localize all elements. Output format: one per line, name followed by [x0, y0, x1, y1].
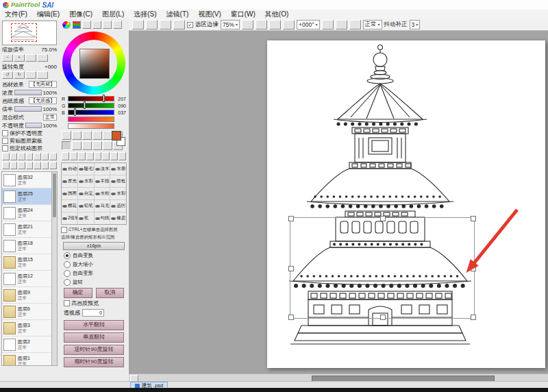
transfer-layer-button[interactable] [2, 162, 10, 169]
color-wheel-tab-icon[interactable] [62, 21, 71, 29]
brush-mode-icon-6[interactable] [102, 152, 110, 160]
delete-layer-button[interactable] [42, 153, 49, 160]
brush-item[interactable]: 笔 [78, 212, 94, 224]
layer-row[interactable]: 图层21正常 [2, 221, 57, 238]
brush-item[interactable]: 喷枪 [110, 175, 126, 187]
nav-rotate-cw-button[interactable]: ↻ [14, 71, 25, 79]
red-slider-handle[interactable] [103, 95, 104, 101]
transform-ok-button[interactable]: 确定 [64, 288, 92, 298]
layer-opacity-slider[interactable] [25, 123, 42, 128]
transform-handle-top-right[interactable] [471, 216, 476, 221]
zoom-in-button[interactable] [242, 20, 253, 29]
layer-options-button[interactable] [49, 162, 57, 169]
rotate-view-tool-icon[interactable] [82, 141, 92, 150]
layer-set-button[interactable] [34, 162, 41, 169]
select-pen-tool-icon[interactable] [92, 131, 102, 140]
rotate-ccw-button[interactable] [322, 20, 334, 29]
layer-folder-row[interactable]: 图层6正常 [2, 304, 57, 320]
blend-mode-dropdown[interactable]: 正常 [43, 114, 57, 121]
paper-texture-dropdown[interactable]: 【无质感】 [29, 97, 57, 104]
ctrl-pick-layer-checkbox[interactable] [61, 227, 67, 233]
navigator-thumbnail[interactable] [2, 21, 57, 45]
green-slider[interactable] [68, 103, 114, 108]
layer-mask-button[interactable] [49, 153, 57, 160]
brush-item[interactable]: 睫毛笔 [78, 163, 94, 175]
brush-item[interactable]: 橡皮擦 [110, 212, 126, 224]
foreground-color-swatch[interactable] [112, 131, 121, 140]
brush-item[interactable]: 发光 [62, 175, 77, 187]
menu-layer[interactable]: 图层(L) [97, 10, 129, 19]
select-rect-tool-icon[interactable] [62, 131, 71, 140]
clipping-mask-checkbox[interactable] [2, 138, 8, 144]
scratchpad-tab-icon[interactable] [103, 21, 112, 29]
zoom-out-button[interactable] [256, 20, 267, 29]
swatches-tab-icon[interactable] [92, 21, 101, 29]
new-layer-button[interactable] [2, 153, 10, 160]
free-deform-radio[interactable] [64, 270, 71, 277]
undo-button[interactable] [173, 20, 185, 29]
transform-handle-middle-left[interactable] [288, 266, 294, 271]
rotate-cw-button[interactable] [336, 20, 347, 29]
nav-zoom-out-button[interactable]: − [2, 54, 13, 62]
blue-slider[interactable] [68, 110, 114, 115]
hsv-slider-tab-icon[interactable] [82, 21, 91, 29]
angle-spinner[interactable]: +000°▾ [297, 20, 320, 29]
zoom-tool-icon[interactable] [72, 141, 82, 150]
scale-radio[interactable] [64, 261, 71, 268]
blend-dropdown-arrow-icon[interactable]: ▾ [378, 23, 380, 27]
menu-window[interactable]: 窗口(W) [226, 10, 260, 19]
document-canvas[interactable] [267, 40, 545, 368]
brush-item[interactable]: 水彩 [78, 175, 94, 187]
brush-item[interactable]: 自动铅笔 [62, 163, 77, 175]
brush-item[interactable]: 手指 [95, 175, 110, 187]
rotate-ccw-90-button[interactable]: 逆时针90度旋转 [64, 345, 124, 355]
nav-rotate-ccw-button[interactable]: ↺ [2, 71, 13, 79]
transform-handle-bottom-center[interactable] [380, 315, 386, 320]
saturation-slider[interactable] [68, 123, 114, 129]
brush-item[interactable]: 马克笔 [95, 200, 110, 212]
hue-slider[interactable] [68, 117, 114, 122]
navigator-viewport-rect[interactable] [11, 23, 37, 42]
flip-vertical-button[interactable]: 垂直翻转 [64, 332, 124, 343]
transform-handle-bottom-left[interactable] [288, 315, 294, 320]
lasso-tool-icon[interactable] [72, 131, 82, 140]
brush-item[interactable]: 水粉 [95, 188, 110, 199]
hand-tool-icon[interactable] [92, 141, 102, 150]
transform-handle-middle-right[interactable] [471, 266, 476, 271]
transform-handle-bottom-right[interactable] [471, 315, 476, 320]
angle-spinner-arrow-icon[interactable]: ▾ [316, 23, 318, 27]
menu-view[interactable]: 视图(V) [193, 10, 225, 19]
clear-layer-button[interactable] [34, 153, 41, 160]
material-effect-dropdown[interactable]: 【无画材】 [29, 81, 57, 88]
brush-item[interactable]: 2值笔 [62, 212, 77, 224]
brush-mode-icon-7[interactable] [110, 152, 118, 160]
rotate-cw-90-button[interactable]: 顺时针90度旋转 [64, 357, 124, 367]
nav-rotate-reset-button[interactable] [25, 71, 36, 79]
layer-effect-button[interactable] [42, 162, 49, 169]
brush-item[interactable]: 水彩笔 [110, 188, 126, 199]
free-transform-radio[interactable] [64, 252, 71, 259]
transform-cancel-button[interactable]: 取消 [96, 288, 125, 298]
nav-zoom-in-button[interactable]: + [14, 54, 25, 62]
saturation-value-square[interactable] [79, 49, 110, 79]
layer-row[interactable]: 图层24正常 [2, 205, 57, 221]
layer-folder-row[interactable]: 图层1正常 [2, 353, 57, 366]
menu-canvas[interactable]: 图像(C) [64, 10, 97, 19]
move-layer-up-button[interactable] [18, 162, 25, 169]
layer-row[interactable]: 图层18正常 [2, 238, 57, 254]
brush-item[interactable]: 勾线笔 [95, 212, 110, 224]
material-density-slider[interactable] [14, 90, 42, 95]
nav-zoom-fit-button[interactable] [25, 54, 36, 62]
duplicate-layer-button[interactable] [18, 153, 25, 160]
nav-zoom-reset-button[interactable] [37, 54, 48, 62]
red-slider[interactable] [68, 96, 114, 101]
merge-down-button[interactable] [26, 153, 34, 160]
nav-flip-view-button[interactable] [37, 71, 48, 79]
magic-wand-tool-icon[interactable] [82, 131, 92, 140]
brush-mode-icon-1[interactable] [62, 152, 69, 160]
stabilizer-arrow-icon[interactable]: ▾ [416, 23, 418, 27]
transform-selection-box[interactable] [290, 217, 475, 319]
layer-row[interactable]: 图层12正常 [2, 271, 57, 287]
brush-item[interactable]: 樱花 [62, 200, 77, 212]
open-button[interactable] [146, 20, 158, 29]
